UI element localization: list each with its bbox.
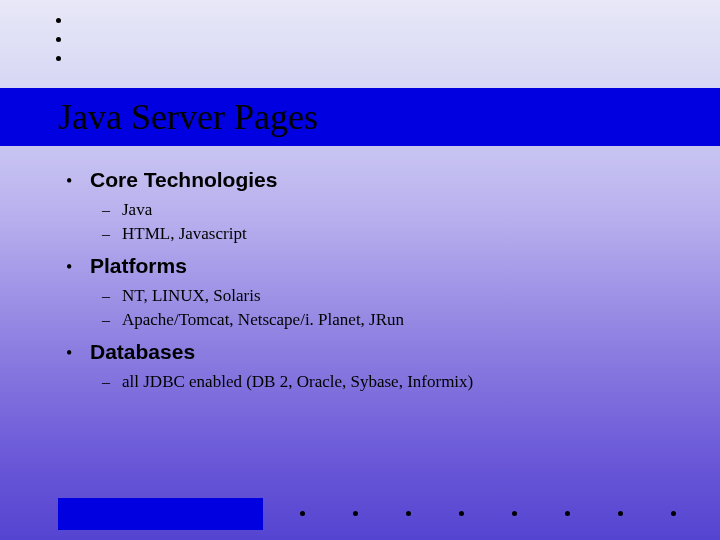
sub-item: – all JDBC enabled (DB 2, Oracle, Sybase… — [102, 372, 666, 392]
dot-icon — [406, 511, 411, 516]
bullet-heading: Databases — [90, 340, 195, 364]
footer-bar — [58, 498, 263, 530]
dash-icon: – — [102, 287, 122, 305]
decorative-top-dots — [56, 18, 61, 61]
dot-icon — [56, 37, 61, 42]
sub-text: HTML, Javascript — [122, 224, 247, 244]
title-bar: Java Server Pages — [0, 88, 720, 146]
dot-icon — [618, 511, 623, 516]
bullet-heading: Core Technologies — [90, 168, 277, 192]
sub-item: – NT, LINUX, Solaris — [102, 286, 666, 306]
dot-icon — [671, 511, 676, 516]
bullet-icon: • — [66, 344, 90, 362]
decorative-footer-dots — [300, 511, 676, 516]
sub-item: – Apache/Tomcat, Netscape/i. Planet, JRu… — [102, 310, 666, 330]
dot-icon — [459, 511, 464, 516]
dot-icon — [565, 511, 570, 516]
sub-list: – Java – HTML, Javascript — [102, 200, 666, 244]
sub-item: – HTML, Javascript — [102, 224, 666, 244]
bullet-icon: • — [66, 258, 90, 276]
dot-icon — [300, 511, 305, 516]
dash-icon: – — [102, 201, 122, 219]
sub-item: – Java — [102, 200, 666, 220]
bullet-item: • Databases — [66, 340, 666, 364]
sub-text: Java — [122, 200, 152, 220]
dash-icon: – — [102, 311, 122, 329]
sub-text: all JDBC enabled (DB 2, Oracle, Sybase, … — [122, 372, 473, 392]
bullet-heading: Platforms — [90, 254, 187, 278]
slide-title: Java Server Pages — [58, 96, 318, 138]
slide-content: • Core Technologies – Java – HTML, Javas… — [66, 168, 666, 402]
dot-icon — [512, 511, 517, 516]
sub-text: Apache/Tomcat, Netscape/i. Planet, JRun — [122, 310, 404, 330]
sub-list: – all JDBC enabled (DB 2, Oracle, Sybase… — [102, 372, 666, 392]
sub-list: – NT, LINUX, Solaris – Apache/Tomcat, Ne… — [102, 286, 666, 330]
bullet-icon: • — [66, 172, 90, 190]
dot-icon — [353, 511, 358, 516]
sub-text: NT, LINUX, Solaris — [122, 286, 261, 306]
bullet-item: • Core Technologies — [66, 168, 666, 192]
dot-icon — [56, 56, 61, 61]
dash-icon: – — [102, 373, 122, 391]
bullet-item: • Platforms — [66, 254, 666, 278]
dot-icon — [56, 18, 61, 23]
dash-icon: – — [102, 225, 122, 243]
